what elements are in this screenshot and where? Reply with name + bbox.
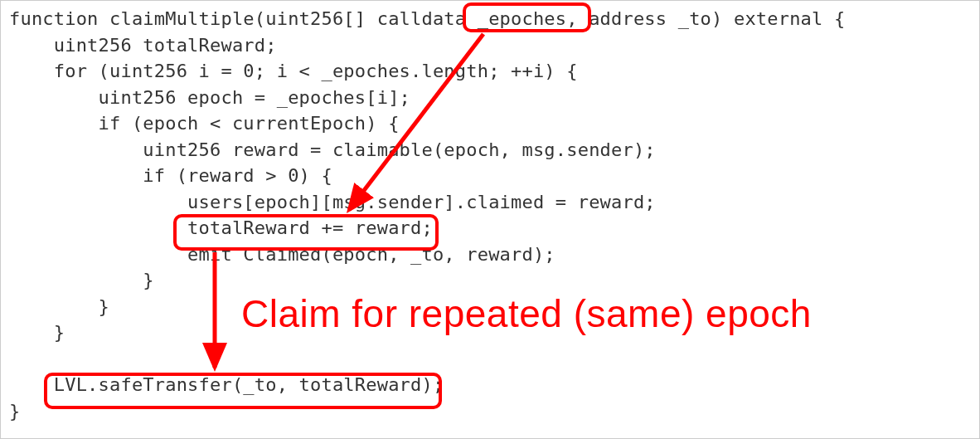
code-line: } <box>9 401 20 422</box>
code-line: if (reward > 0) { <box>9 165 332 186</box>
code-line: uint256 reward = claimable(epoch, msg.se… <box>9 139 656 160</box>
code-line: function claimMultiple(uint256[] calldat… <box>9 8 845 29</box>
code-line: uint256 totalReward; <box>9 35 277 56</box>
code-line: LVL.safeTransfer(_to, totalReward); <box>9 374 444 395</box>
code-block: function claimMultiple(uint256[] calldat… <box>1 1 979 431</box>
code-line: } <box>9 322 65 343</box>
code-line: users[epoch][msg.sender].claimed = rewar… <box>9 192 656 212</box>
code-line: if (epoch < currentEpoch) { <box>9 113 400 134</box>
code-line: } <box>9 296 109 317</box>
code-screenshot: function claimMultiple(uint256[] calldat… <box>0 0 980 439</box>
code-line: totalReward += reward; <box>9 217 433 238</box>
code-line: emit Claimed(epoch, _to, reward); <box>9 244 555 265</box>
annotation-label: Claim for repeated (same) epoch <box>241 291 812 336</box>
code-line: } <box>9 270 154 290</box>
code-line: for (uint256 i = 0; i < _epoches.length;… <box>9 61 578 81</box>
code-line: uint256 epoch = _epoches[i]; <box>9 87 410 108</box>
